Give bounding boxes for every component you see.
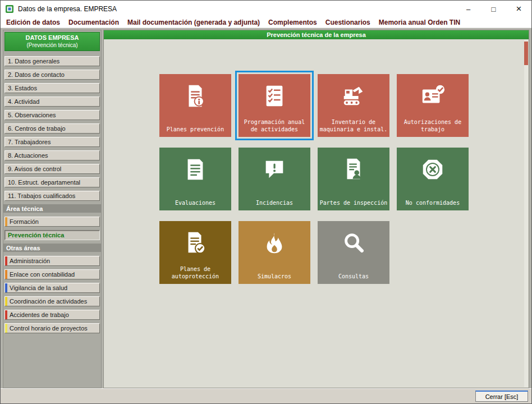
footer-bar: Cerrar [Esc] — [1, 388, 531, 403]
sidebar-section-otras-areas: Otras áreas — [3, 244, 101, 252]
tile-simulacros[interactable]: Simulacros — [239, 221, 310, 284]
doc-check-icon — [182, 221, 208, 260]
magnifier-icon — [341, 221, 366, 260]
alert-bubble-icon — [262, 148, 287, 187]
accidentes-accent — [5, 310, 7, 319]
coordinacion-accent — [5, 297, 7, 306]
sidebar-item-vigilancia-de-la-salud[interactable]: Vigilancia de la salud — [4, 283, 100, 293]
close-icon[interactable]: × — [506, 1, 531, 17]
sidebar-item-centros-de-trabajo[interactable]: 6. Centros de trabajo — [4, 123, 100, 134]
flame-icon — [262, 221, 287, 260]
machinery-icon — [341, 74, 366, 113]
tile-label: Incidencias — [255, 187, 294, 210]
sidebar-item-coordinacion-de-actividades[interactable]: Coordinación de actividades — [4, 296, 100, 306]
administracion-accent — [5, 256, 7, 265]
sidebar-item-administracion[interactable]: Administración — [4, 256, 100, 266]
menu-edicion-de-datos[interactable]: Edición de datos — [6, 19, 60, 26]
vertical-scrollbar[interactable] — [524, 40, 528, 387]
id-check-icon — [420, 74, 446, 113]
menu-mail-documentacion[interactable]: Mail documentación (generada y adjunta) — [127, 19, 260, 26]
menu-bar: Edición de datos Documentación Mail docu… — [1, 17, 531, 28]
tile-inventario-maquinaria[interactable]: Inventario de maquinaria e instal. — [318, 74, 389, 137]
sidebar-item-estruct-departamental[interactable]: 10. Estruct. departamental — [4, 177, 100, 187]
tile-planes-prevencion[interactable]: Planes prevención — [159, 74, 231, 137]
sidebar-item-control-horario-de-proyectos[interactable]: Control horario de proyectos — [4, 323, 100, 333]
sidebar-item-trabajos-cualificados[interactable]: 11. Trabajos cualificados — [4, 191, 100, 201]
tile-autorizaciones-trabajo[interactable]: Autorizaciones de trabajo — [397, 74, 469, 137]
sidebar-item-accidentes-de-trabajo[interactable]: Accidentes de trabajo — [4, 310, 100, 320]
enlace-accent — [5, 270, 7, 279]
vertical-scrollbar-thumb[interactable] — [524, 42, 528, 65]
doc-info-icon — [182, 74, 208, 113]
cerrar-button[interactable]: Cerrar [Esc] — [475, 391, 528, 402]
vigilancia-accent — [5, 283, 7, 292]
control-horario-accent — [5, 324, 7, 333]
octagon-x-icon — [420, 148, 446, 187]
tile-label: Partes de inspección — [319, 187, 388, 210]
tile-label: Evaluaciones — [174, 187, 217, 210]
sidebar-section-area-tecnica: Área técnica — [3, 204, 101, 213]
tile-label: No conformidades — [405, 187, 461, 210]
sidebar-header-line1: DATOS EMPRESA — [26, 34, 79, 42]
app-icon — [5, 4, 14, 13]
formacion-accent — [5, 217, 7, 226]
sidebar-item-estados[interactable]: 3. Estados — [4, 83, 100, 93]
sidebar-item-observaciones[interactable]: 5. Observaciones — [4, 110, 100, 120]
tile-incidencias[interactable]: Incidencias — [239, 148, 310, 210]
doc-lines-icon — [182, 148, 208, 187]
doc-person-icon — [341, 148, 366, 187]
tile-grid: Planes prevención Programación anual de … — [159, 74, 469, 284]
menu-cuestionarios[interactable]: Cuestionarios — [325, 19, 370, 26]
sidebar-item-avisos-de-control[interactable]: 9. Avisos de control — [4, 164, 100, 174]
sidebar: DATOS EMPRESA (Prevención técnica) 1. Da… — [3, 30, 102, 388]
title-bar: Datos de la empresa. EMPRESA – □ × — [1, 1, 531, 17]
sidebar-item-actuaciones[interactable]: 8. Actuaciones — [4, 150, 100, 160]
tile-partes-inspeccion[interactable]: Partes de inspección — [318, 148, 389, 210]
tile-label: Simulacros — [256, 260, 292, 284]
sidebar-header-line2: (Prevención técnica) — [26, 42, 77, 49]
sidebar-item-formacion[interactable]: Formación — [4, 217, 100, 227]
checklist-icon — [262, 74, 287, 113]
sidebar-header-datos-empresa[interactable]: DATOS EMPRESA (Prevención técnica) — [4, 32, 100, 51]
tile-planes-autoproteccion[interactable]: Planes de autoprotección — [159, 221, 231, 284]
sidebar-item-datos-generales[interactable]: 1. Datos generales — [4, 56, 100, 66]
tile-label: Programación anual de actividades — [239, 113, 310, 137]
sidebar-item-trabajadores[interactable]: 7. Trabajadores — [4, 137, 100, 147]
main-panel: Prevención técnica de la empresa — [103, 30, 529, 388]
tile-label: Autorizaciones de trabajo — [397, 113, 469, 137]
tile-label: Planes prevención — [166, 113, 225, 137]
sidebar-item-actividad[interactable]: 4. Actividad — [4, 97, 100, 107]
tile-label: Inventario de maquinaria e instal. — [318, 113, 389, 137]
sidebar-item-enlace-con-contabilidad[interactable]: Enlace con contabilidad — [4, 269, 100, 279]
tile-evaluaciones[interactable]: Evaluaciones — [159, 148, 231, 210]
menu-memoria-anual[interactable]: Memoria anual Orden TIN — [379, 19, 460, 26]
tile-consultas[interactable]: Consultas — [318, 221, 389, 284]
tile-no-conformidades[interactable]: No conformidades — [397, 148, 469, 210]
maximize-icon[interactable]: □ — [481, 1, 506, 17]
app-body: DATOS EMPRESA (Prevención técnica) 1. Da… — [1, 28, 531, 388]
menu-complementos[interactable]: Complementos — [268, 19, 317, 26]
menu-documentacion[interactable]: Documentación — [68, 19, 119, 26]
minimize-icon[interactable]: – — [456, 1, 481, 17]
main-panel-title: Prevención técnica de la empresa — [104, 30, 529, 39]
tile-programacion-anual[interactable]: Programación anual de actividades — [239, 74, 310, 137]
tile-label: Planes de autoprotección — [159, 260, 231, 284]
sidebar-item-datos-de-contacto[interactable]: 2. Datos de contacto — [4, 70, 100, 80]
sidebar-item-prevencion-tecnica[interactable]: Prevención técnica — [4, 230, 100, 240]
tile-label: Consultas — [337, 260, 370, 284]
window-title: Datos de la empresa. EMPRESA — [18, 5, 117, 13]
